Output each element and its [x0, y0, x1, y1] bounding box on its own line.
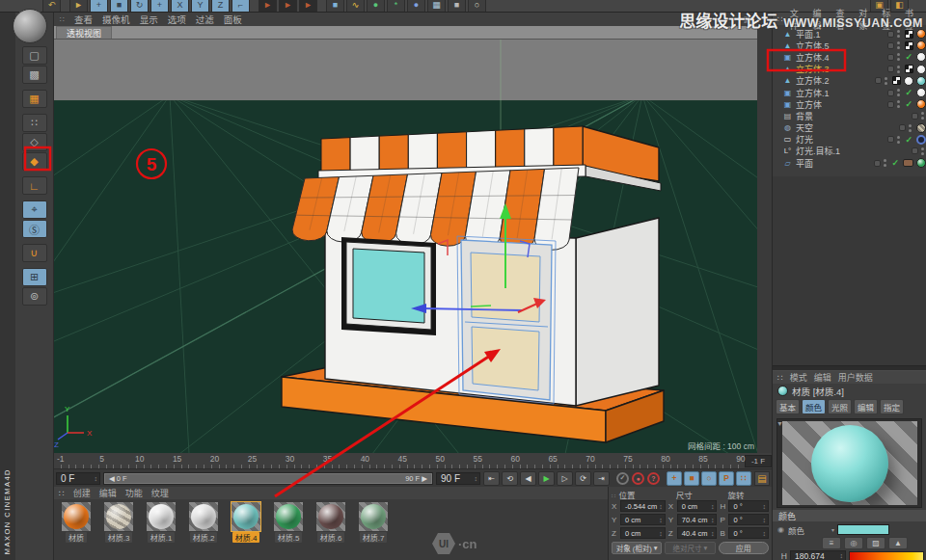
object-label[interactable]: 立方体 — [796, 98, 822, 111]
add-generator-icon[interactable]: * — [387, 0, 405, 13]
timeline-ruler[interactable]: -151015202530354045505560657075808590 — [54, 453, 745, 468]
coord-field-旋转-P[interactable]: 0 °↕ — [728, 514, 769, 525]
viewport-menu-摄像机[interactable]: 摄像机 — [102, 13, 130, 26]
play-button[interactable]: ▶ — [538, 471, 555, 486]
polygon-mode-icon[interactable]: ◆ — [22, 152, 47, 171]
material-tag-icon[interactable] — [916, 158, 926, 168]
image-picker-icon[interactable]: ▲ — [888, 537, 908, 549]
grip-icon[interactable]: ∷ — [60, 15, 65, 24]
material-swatch-材质.4[interactable]: 材质.4 — [228, 502, 264, 543]
object-row-立方体.5[interactable]: ▲立方体.5 — [773, 40, 926, 51]
material-tag-icon[interactable] — [916, 88, 926, 97]
grip-icon[interactable]: ∷ — [777, 14, 783, 24]
material-thumbnail[interactable] — [104, 502, 133, 531]
material-tag-icon[interactable] — [916, 76, 926, 86]
snap-grid-icon[interactable]: ⊚ — [22, 287, 47, 306]
key-scale-toggle[interactable]: ■ — [684, 471, 699, 486]
material-swatch-材质.5[interactable]: 材质.5 — [270, 502, 307, 543]
material-label[interactable]: 材质.1 — [148, 532, 176, 543]
object-row-背景[interactable]: ▤背景 — [773, 110, 926, 121]
am-menu-编辑[interactable]: 编辑 — [814, 371, 831, 384]
viewport-menu-查看[interactable]: 查看 — [74, 13, 93, 26]
viewport-menu-显示[interactable]: 显示 — [140, 13, 158, 26]
layer-color-chip[interactable] — [875, 77, 882, 84]
scale-tool-icon[interactable]: ■ — [110, 0, 128, 13]
object-row-立方体.4[interactable]: ▣立方体.4✓ — [773, 51, 926, 63]
add-cube-icon[interactable]: ■ — [326, 0, 344, 13]
object-label[interactable]: 背景 — [796, 110, 813, 122]
visibility-dots[interactable] — [884, 159, 886, 167]
mm-menu-功能[interactable]: 功能 — [125, 487, 143, 499]
visibility-dots[interactable] — [921, 112, 924, 120]
visibility-dots[interactable] — [897, 41, 900, 49]
coordinate-mode-dropdown[interactable]: 对象 (相对)▾ — [612, 542, 662, 554]
hsv-gradient-H[interactable] — [849, 551, 924, 560]
add-deformer-icon[interactable]: ● — [407, 0, 425, 13]
object-row-天空[interactable]: ◍天空 — [773, 122, 926, 134]
object-row-平面[interactable]: ▱平面✓ — [773, 157, 926, 169]
object-label[interactable]: 灯光 — [796, 133, 813, 146]
spectrum-icon[interactable]: ▨ — [866, 537, 885, 549]
lock-x-icon[interactable]: X — [171, 0, 189, 13]
object-row-立方体.1[interactable]: ▣立方体.1✓ — [773, 87, 926, 98]
material-label[interactable]: 材质.4 — [232, 532, 260, 543]
texture-material-tag-icon[interactable] — [916, 123, 926, 133]
material-tab-基本[interactable]: 基本 — [776, 399, 800, 414]
add-camera-icon[interactable]: ■ — [448, 0, 466, 13]
snap-magnet-icon[interactable]: ∪ — [22, 244, 47, 262]
enabled-check-icon[interactable]: ✓ — [891, 158, 899, 168]
compositing-tag-icon[interactable] — [903, 159, 913, 167]
next-frame-button[interactable]: ▷ — [557, 471, 573, 486]
layer-color-chip[interactable] — [887, 54, 894, 61]
object-row-立方体[interactable]: ▣立方体✓ — [773, 98, 926, 110]
object-label[interactable]: 立方体.1 — [796, 87, 830, 99]
material-tab-指定[interactable]: 指定 — [880, 399, 904, 414]
toggle-view-icon[interactable]: ▣ — [743, 14, 751, 24]
enabled-check-icon[interactable]: ✓ — [905, 99, 912, 109]
material-swatch-材质.6[interactable]: 材质.6 — [313, 502, 349, 543]
material-thumbnail[interactable] — [359, 502, 388, 531]
object-label[interactable]: 立方体.3 — [796, 63, 830, 75]
material-tag-icon[interactable] — [904, 76, 913, 86]
object-row-平面.1[interactable]: ▲平面.1 — [773, 28, 926, 40]
object-row-灯光[interactable]: ▭灯光✓ — [773, 134, 926, 146]
material-thumbnail[interactable] — [62, 502, 91, 531]
layer-color-chip[interactable] — [887, 101, 894, 108]
material-tag-icon[interactable] — [916, 99, 926, 109]
viewport-scene[interactable]: Y X Z 网格间距 : 100 cm — [54, 39, 757, 454]
record-active-objects-button[interactable]: ✓ — [616, 472, 629, 485]
mm-menu-编辑[interactable]: 编辑 — [99, 487, 117, 499]
material-thumbnail[interactable] — [316, 502, 345, 531]
visibility-dots[interactable] — [909, 124, 912, 132]
mm-menu-纹理[interactable]: 纹理 — [151, 487, 169, 499]
visibility-dots[interactable] — [885, 77, 887, 85]
visibility-dots[interactable] — [897, 100, 900, 108]
object-label[interactable]: 立方体.2 — [796, 74, 830, 87]
material-label[interactable]: 材质.3 — [105, 532, 133, 543]
material-swatch-材质.3[interactable]: 材质.3 — [100, 502, 137, 543]
prev-key-button[interactable]: ⟲ — [502, 471, 518, 486]
color-section-header[interactable]: 颜色 — [773, 510, 926, 521]
point-mode-icon[interactable]: ∷ — [22, 114, 47, 132]
add-floor-icon[interactable]: ▦ — [427, 0, 446, 13]
add-light-icon[interactable]: ○ — [468, 0, 486, 13]
object-row-立方体.2[interactable]: ▲立方体.2 — [773, 75, 926, 87]
layer-color-chip[interactable] — [887, 42, 894, 49]
layer-color-chip[interactable] — [912, 113, 918, 120]
prev-frame-button[interactable]: ◀ — [520, 471, 536, 486]
am-menu-模式[interactable]: 模式 — [790, 371, 807, 384]
select-tool-icon[interactable]: ► — [69, 0, 88, 13]
lock-y-icon[interactable]: Y — [191, 0, 209, 13]
coord-field-位置-Z[interactable]: 0 cm↕ — [620, 527, 666, 539]
autokey-button[interactable]: ● — [632, 472, 644, 485]
undo-icon[interactable]: ↶ — [42, 0, 61, 13]
layer-color-chip[interactable] — [887, 136, 894, 143]
pan-view-icon[interactable]: + — [732, 14, 737, 24]
render-settings-icon[interactable]: ► — [299, 0, 317, 13]
viewport-menu-面板[interactable]: 面板 — [224, 13, 242, 26]
coord-field-位置-Y[interactable]: 0 cm↕ — [620, 514, 666, 525]
texture-tag-icon[interactable] — [905, 65, 913, 73]
move-tool-icon[interactable]: + — [90, 0, 108, 13]
current-frame-field[interactable]: -1 F — [745, 455, 772, 467]
workplane-lock-icon[interactable]: ⊞ — [22, 268, 47, 286]
